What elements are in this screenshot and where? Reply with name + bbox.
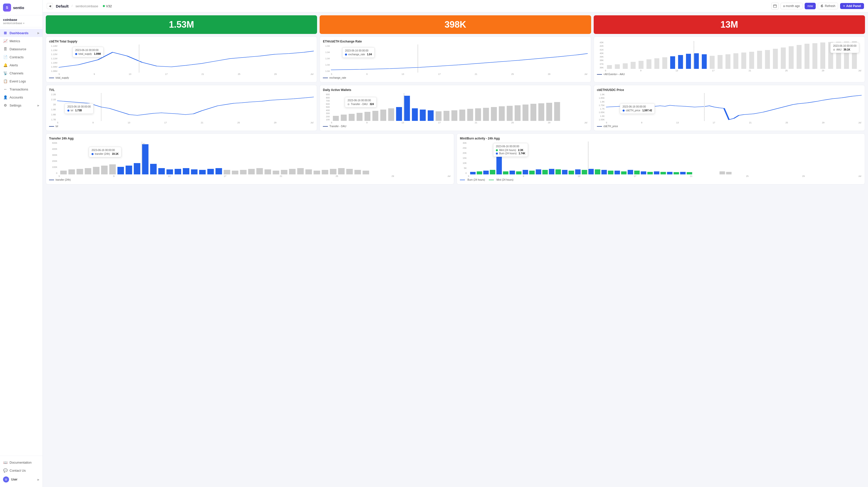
- workspace-item[interactable]: coinbase sentio/coinbase ▾: [0, 15, 42, 27]
- svg-rect-14: [670, 56, 675, 69]
- sidebar-item-label: Alerts: [9, 63, 18, 67]
- svg-rect-67: [547, 103, 552, 121]
- sidebar-item-channels[interactable]: 📡 Channels: [0, 69, 42, 77]
- calendar-button[interactable]: [771, 2, 778, 9]
- legend-line-icon: [597, 126, 602, 127]
- svg-rect-16: [686, 54, 691, 69]
- svg-rect-98: [281, 170, 287, 174]
- svg-rect-145: [720, 171, 725, 174]
- svg-rect-96: [265, 169, 271, 174]
- svg-rect-9: [631, 62, 636, 69]
- svg-rect-123: [549, 169, 554, 174]
- settings-arrow: ▶: [37, 104, 39, 107]
- sidebar-item-label: Metrics: [9, 39, 20, 43]
- svg-rect-34: [828, 42, 833, 69]
- legend-aau: <All Events> - AAU: [597, 73, 862, 76]
- svg-rect-37: [852, 41, 857, 69]
- dashboards-icon: ⊞: [3, 31, 7, 35]
- svg-rect-120: [529, 171, 535, 174]
- svg-rect-51: [420, 109, 426, 121]
- time-controls: a month ago now Refresh + Add Panel: [771, 2, 864, 9]
- add-panel-button[interactable]: + Add Panel: [840, 3, 864, 9]
- sidebar-item-metrics[interactable]: 📈 Metrics: [0, 37, 42, 45]
- svg-rect-107: [354, 170, 361, 174]
- svg-rect-55: [452, 110, 458, 121]
- legend-daw: Transfer - DAU: [323, 125, 588, 128]
- svg-rect-68: [554, 102, 560, 121]
- chart-row-2: cbETH Total Supply 1.14M1.13M1.12M1.11M1…: [46, 36, 865, 83]
- svg-rect-105: [338, 168, 345, 174]
- sidebar-item-dashboards[interactable]: ⊞ Dashboards ▶: [0, 29, 42, 37]
- svg-rect-40: [333, 116, 339, 121]
- legend-line-icon: [49, 180, 54, 180]
- time-from-button[interactable]: a month ago: [780, 3, 803, 9]
- chart-title-mint-burn: Mint/Burn activity - 24h Agg: [460, 137, 862, 140]
- legend-cbeth-usdc: cbETH_price: [597, 125, 862, 128]
- svg-rect-72: [68, 169, 75, 174]
- svg-rect-80: [134, 163, 140, 174]
- metrics-icon: 📈: [3, 39, 7, 43]
- sidebar-item-accounts[interactable]: 👤 Accounts: [0, 93, 42, 101]
- svg-rect-146: [726, 172, 732, 174]
- chart-aau: 43K42K41K40K39K38K37K36K: [594, 36, 865, 83]
- svg-rect-138: [647, 172, 653, 174]
- svg-rect-140: [660, 172, 666, 174]
- svg-rect-12: [654, 58, 659, 69]
- svg-rect-132: [608, 171, 614, 174]
- sidebar-item-contracts[interactable]: 📄 Contracts: [0, 53, 42, 61]
- svg-rect-60: [491, 107, 497, 121]
- chart-mint-burn: Mint/Burn activity - 24h Agg 30K25K20K15…: [457, 133, 865, 185]
- svg-rect-28: [781, 47, 786, 69]
- sidebar-item-contact-us[interactable]: 💬 Contact Us: [0, 466, 42, 475]
- sidebar-item-alerts[interactable]: 🔔 Alerts: [0, 61, 42, 69]
- svg-rect-127: [575, 169, 581, 174]
- svg-rect-71: [60, 171, 67, 174]
- svg-rect-102: [314, 171, 320, 174]
- sidebar-item-label: Contact Us: [9, 469, 26, 473]
- svg-rect-141: [667, 172, 673, 174]
- legend-line-icon: [323, 78, 328, 78]
- add-panel-label: Add Panel: [846, 4, 861, 8]
- channels-icon: 📡: [3, 71, 7, 75]
- sidebar-item-documentation[interactable]: 📖 Documentation: [0, 458, 42, 466]
- svg-rect-27: [773, 49, 778, 69]
- svg-rect-90: [216, 168, 222, 174]
- svg-rect-111: [470, 172, 476, 174]
- svg-rect-22: [733, 53, 738, 69]
- svg-rect-87: [191, 169, 198, 174]
- collapse-sidebar-button[interactable]: ◀: [47, 3, 53, 9]
- svg-rect-62: [507, 106, 513, 121]
- svg-rect-29: [788, 46, 794, 69]
- chart-title-transfer: Transfer 24h Agg: [49, 137, 451, 140]
- sidebar-logo: S sentio: [0, 0, 42, 15]
- svg-rect-84: [166, 169, 173, 174]
- stat-card-3: 13M: [594, 15, 865, 34]
- logo-text: sentio: [13, 5, 24, 10]
- svg-rect-64: [523, 104, 529, 121]
- svg-rect-101: [306, 169, 312, 174]
- sidebar-item-transactions[interactable]: ↔ Transactions: [0, 85, 42, 93]
- stat-value-2: 398K: [444, 19, 466, 30]
- sidebar-item-label: Accounts: [9, 96, 23, 99]
- contact-us-icon: 💬: [3, 468, 7, 473]
- time-to-button[interactable]: now: [805, 3, 816, 9]
- user-item[interactable]: U User ▶: [0, 475, 42, 485]
- add-panel-icon: +: [843, 4, 845, 8]
- svg-rect-134: [621, 171, 627, 174]
- svg-rect-112: [477, 171, 482, 174]
- user-label: User: [11, 478, 17, 481]
- svg-rect-131: [601, 170, 607, 174]
- sidebar-item-label: Event Logs: [9, 79, 26, 83]
- svg-rect-20: [717, 55, 722, 69]
- sidebar-item-event-logs[interactable]: 📋 Event Logs: [0, 77, 42, 85]
- workspace-name: coinbase: [3, 18, 39, 22]
- contracts-icon: 📄: [3, 55, 7, 59]
- svg-rect-33: [820, 42, 825, 69]
- svg-rect-100: [297, 168, 304, 174]
- refresh-button[interactable]: Refresh: [818, 3, 838, 9]
- svg-rect-139: [654, 171, 659, 174]
- header-path: sentio/coinbase: [75, 4, 98, 8]
- svg-rect-7: [615, 64, 620, 69]
- sidebar-item-datasource[interactable]: 🗄 Datasource: [0, 45, 42, 53]
- sidebar-item-settings[interactable]: ⚙ Settings ▶: [0, 101, 42, 109]
